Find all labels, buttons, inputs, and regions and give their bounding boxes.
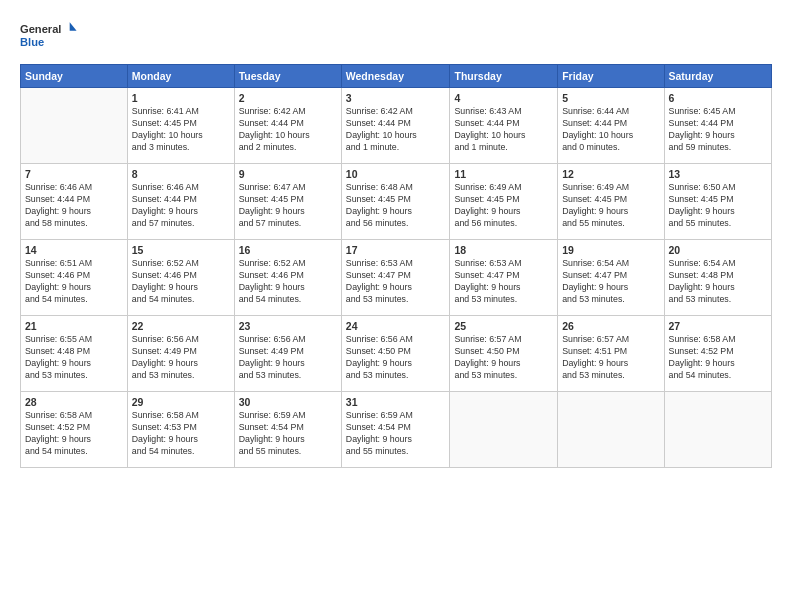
day-cell: 11Sunrise: 6:49 AMSunset: 4:45 PMDayligh… bbox=[450, 164, 558, 240]
day-info: Sunrise: 6:56 AMSunset: 4:50 PMDaylight:… bbox=[346, 334, 446, 382]
day-number: 2 bbox=[239, 91, 337, 105]
day-cell: 23Sunrise: 6:56 AMSunset: 4:49 PMDayligh… bbox=[234, 316, 341, 392]
day-info: Sunrise: 6:50 AMSunset: 4:45 PMDaylight:… bbox=[669, 182, 767, 230]
day-info: Sunrise: 6:58 AMSunset: 4:52 PMDaylight:… bbox=[669, 334, 767, 382]
day-cell: 25Sunrise: 6:57 AMSunset: 4:50 PMDayligh… bbox=[450, 316, 558, 392]
day-number: 26 bbox=[562, 319, 659, 333]
day-info: Sunrise: 6:49 AMSunset: 4:45 PMDaylight:… bbox=[562, 182, 659, 230]
day-cell: 17Sunrise: 6:53 AMSunset: 4:47 PMDayligh… bbox=[341, 240, 450, 316]
day-cell: 1Sunrise: 6:41 AMSunset: 4:45 PMDaylight… bbox=[127, 88, 234, 164]
day-cell bbox=[664, 392, 771, 468]
col-header-friday: Friday bbox=[558, 65, 664, 88]
page-header: General Blue bbox=[20, 16, 772, 56]
week-row-2: 14Sunrise: 6:51 AMSunset: 4:46 PMDayligh… bbox=[21, 240, 772, 316]
day-info: Sunrise: 6:48 AMSunset: 4:45 PMDaylight:… bbox=[346, 182, 446, 230]
svg-text:Blue: Blue bbox=[20, 36, 44, 48]
day-cell: 19Sunrise: 6:54 AMSunset: 4:47 PMDayligh… bbox=[558, 240, 664, 316]
day-cell: 16Sunrise: 6:52 AMSunset: 4:46 PMDayligh… bbox=[234, 240, 341, 316]
day-info: Sunrise: 6:58 AMSunset: 4:52 PMDaylight:… bbox=[25, 410, 123, 458]
day-cell: 12Sunrise: 6:49 AMSunset: 4:45 PMDayligh… bbox=[558, 164, 664, 240]
day-info: Sunrise: 6:59 AMSunset: 4:54 PMDaylight:… bbox=[239, 410, 337, 458]
day-cell: 4Sunrise: 6:43 AMSunset: 4:44 PMDaylight… bbox=[450, 88, 558, 164]
week-row-3: 21Sunrise: 6:55 AMSunset: 4:48 PMDayligh… bbox=[21, 316, 772, 392]
day-number: 30 bbox=[239, 395, 337, 409]
day-cell: 31Sunrise: 6:59 AMSunset: 4:54 PMDayligh… bbox=[341, 392, 450, 468]
day-cell bbox=[21, 88, 128, 164]
day-number: 16 bbox=[239, 243, 337, 257]
day-info: Sunrise: 6:42 AMSunset: 4:44 PMDaylight:… bbox=[239, 106, 337, 154]
day-number: 8 bbox=[132, 167, 230, 181]
day-info: Sunrise: 6:45 AMSunset: 4:44 PMDaylight:… bbox=[669, 106, 767, 154]
day-info: Sunrise: 6:47 AMSunset: 4:45 PMDaylight:… bbox=[239, 182, 337, 230]
day-info: Sunrise: 6:59 AMSunset: 4:54 PMDaylight:… bbox=[346, 410, 446, 458]
day-number: 15 bbox=[132, 243, 230, 257]
day-number: 9 bbox=[239, 167, 337, 181]
day-number: 12 bbox=[562, 167, 659, 181]
day-cell: 8Sunrise: 6:46 AMSunset: 4:44 PMDaylight… bbox=[127, 164, 234, 240]
day-number: 13 bbox=[669, 167, 767, 181]
col-header-thursday: Thursday bbox=[450, 65, 558, 88]
day-cell: 24Sunrise: 6:56 AMSunset: 4:50 PMDayligh… bbox=[341, 316, 450, 392]
day-cell: 14Sunrise: 6:51 AMSunset: 4:46 PMDayligh… bbox=[21, 240, 128, 316]
day-number: 25 bbox=[454, 319, 553, 333]
day-number: 7 bbox=[25, 167, 123, 181]
day-info: Sunrise: 6:55 AMSunset: 4:48 PMDaylight:… bbox=[25, 334, 123, 382]
day-cell: 21Sunrise: 6:55 AMSunset: 4:48 PMDayligh… bbox=[21, 316, 128, 392]
day-number: 6 bbox=[669, 91, 767, 105]
week-row-1: 7Sunrise: 6:46 AMSunset: 4:44 PMDaylight… bbox=[21, 164, 772, 240]
day-info: Sunrise: 6:42 AMSunset: 4:44 PMDaylight:… bbox=[346, 106, 446, 154]
day-cell: 10Sunrise: 6:48 AMSunset: 4:45 PMDayligh… bbox=[341, 164, 450, 240]
day-info: Sunrise: 6:41 AMSunset: 4:45 PMDaylight:… bbox=[132, 106, 230, 154]
col-header-saturday: Saturday bbox=[664, 65, 771, 88]
day-cell: 18Sunrise: 6:53 AMSunset: 4:47 PMDayligh… bbox=[450, 240, 558, 316]
day-cell: 3Sunrise: 6:42 AMSunset: 4:44 PMDaylight… bbox=[341, 88, 450, 164]
day-cell: 9Sunrise: 6:47 AMSunset: 4:45 PMDaylight… bbox=[234, 164, 341, 240]
day-info: Sunrise: 6:53 AMSunset: 4:47 PMDaylight:… bbox=[346, 258, 446, 306]
day-cell bbox=[558, 392, 664, 468]
svg-marker-2 bbox=[70, 22, 77, 31]
day-cell: 15Sunrise: 6:52 AMSunset: 4:46 PMDayligh… bbox=[127, 240, 234, 316]
day-number: 31 bbox=[346, 395, 446, 409]
day-info: Sunrise: 6:57 AMSunset: 4:50 PMDaylight:… bbox=[454, 334, 553, 382]
day-number: 14 bbox=[25, 243, 123, 257]
day-info: Sunrise: 6:51 AMSunset: 4:46 PMDaylight:… bbox=[25, 258, 123, 306]
day-cell: 13Sunrise: 6:50 AMSunset: 4:45 PMDayligh… bbox=[664, 164, 771, 240]
day-cell: 5Sunrise: 6:44 AMSunset: 4:44 PMDaylight… bbox=[558, 88, 664, 164]
day-number: 21 bbox=[25, 319, 123, 333]
day-number: 5 bbox=[562, 91, 659, 105]
day-number: 11 bbox=[454, 167, 553, 181]
day-info: Sunrise: 6:54 AMSunset: 4:48 PMDaylight:… bbox=[669, 258, 767, 306]
week-row-4: 28Sunrise: 6:58 AMSunset: 4:52 PMDayligh… bbox=[21, 392, 772, 468]
col-header-tuesday: Tuesday bbox=[234, 65, 341, 88]
day-number: 19 bbox=[562, 243, 659, 257]
day-info: Sunrise: 6:44 AMSunset: 4:44 PMDaylight:… bbox=[562, 106, 659, 154]
day-number: 20 bbox=[669, 243, 767, 257]
day-info: Sunrise: 6:54 AMSunset: 4:47 PMDaylight:… bbox=[562, 258, 659, 306]
day-info: Sunrise: 6:46 AMSunset: 4:44 PMDaylight:… bbox=[132, 182, 230, 230]
day-number: 27 bbox=[669, 319, 767, 333]
day-cell: 26Sunrise: 6:57 AMSunset: 4:51 PMDayligh… bbox=[558, 316, 664, 392]
col-header-sunday: Sunday bbox=[21, 65, 128, 88]
day-info: Sunrise: 6:56 AMSunset: 4:49 PMDaylight:… bbox=[239, 334, 337, 382]
day-cell: 7Sunrise: 6:46 AMSunset: 4:44 PMDaylight… bbox=[21, 164, 128, 240]
day-cell: 20Sunrise: 6:54 AMSunset: 4:48 PMDayligh… bbox=[664, 240, 771, 316]
day-number: 18 bbox=[454, 243, 553, 257]
day-info: Sunrise: 6:52 AMSunset: 4:46 PMDaylight:… bbox=[132, 258, 230, 306]
day-number: 29 bbox=[132, 395, 230, 409]
logo: General Blue bbox=[20, 16, 80, 56]
day-number: 10 bbox=[346, 167, 446, 181]
day-number: 1 bbox=[132, 91, 230, 105]
day-cell: 6Sunrise: 6:45 AMSunset: 4:44 PMDaylight… bbox=[664, 88, 771, 164]
day-info: Sunrise: 6:53 AMSunset: 4:47 PMDaylight:… bbox=[454, 258, 553, 306]
day-cell: 28Sunrise: 6:58 AMSunset: 4:52 PMDayligh… bbox=[21, 392, 128, 468]
day-info: Sunrise: 6:57 AMSunset: 4:51 PMDaylight:… bbox=[562, 334, 659, 382]
day-cell: 2Sunrise: 6:42 AMSunset: 4:44 PMDaylight… bbox=[234, 88, 341, 164]
col-header-wednesday: Wednesday bbox=[341, 65, 450, 88]
day-info: Sunrise: 6:52 AMSunset: 4:46 PMDaylight:… bbox=[239, 258, 337, 306]
day-cell: 22Sunrise: 6:56 AMSunset: 4:49 PMDayligh… bbox=[127, 316, 234, 392]
day-cell: 27Sunrise: 6:58 AMSunset: 4:52 PMDayligh… bbox=[664, 316, 771, 392]
svg-text:General: General bbox=[20, 23, 61, 35]
day-info: Sunrise: 6:46 AMSunset: 4:44 PMDaylight:… bbox=[25, 182, 123, 230]
day-cell: 30Sunrise: 6:59 AMSunset: 4:54 PMDayligh… bbox=[234, 392, 341, 468]
day-cell bbox=[450, 392, 558, 468]
